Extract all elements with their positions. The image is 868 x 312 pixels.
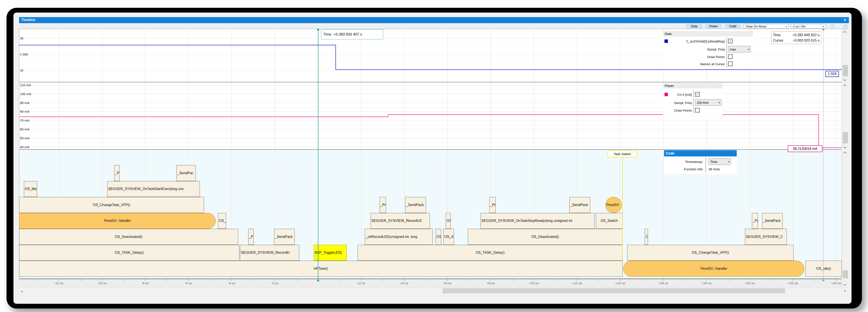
flame-box[interactable]: SEGGER_SYSVIEW_OnTaskStopReady(long unsi… [480,213,594,229]
flame-box[interactable]: PendSV_Handler [19,213,216,229]
scroll-up-icon[interactable] [843,31,846,34]
flame-box[interactable]: SEGGER_SYSVIEW_RecordU3 [371,213,430,229]
flame-box[interactable]: PendSV [606,197,622,213]
zoom-out-icon[interactable]: − [831,24,835,28]
data-sampl-freq-dropdown[interactable]: max [728,46,751,53]
gridline-horizontal [19,120,841,120]
title-bar[interactable]: Timeline ✕ [19,17,849,23]
tab-code[interactable]: Code [725,24,741,28]
flame-box[interactable]: BSP_ToggleLED( [314,245,346,261]
flame-box[interactable]: _SendPack [569,197,590,213]
gridline-vertical [275,29,275,82]
code-timestamps-dropdown[interactable]: Time [709,159,731,165]
data-draw-points-checkbox[interactable] [728,55,733,59]
power-draw-points-checkbox[interactable] [695,108,700,112]
gridline-vertical [534,29,534,82]
cursor-time-tooltip: Time +5.393 926 407 s [321,29,383,39]
flame-box[interactable]: O [645,229,648,245]
gridline-vertical [836,150,836,279]
data-scrollbar-thumb[interactable] [843,65,848,76]
flame-box[interactable]: OS_Ma [24,181,37,197]
tab-power[interactable]: Power [706,24,721,28]
power-series-line [388,114,818,115]
clear-on-reset-dropdown[interactable]: Clear On Reset [744,24,788,29]
data-series-line [19,45,336,45]
axis-tick-label: -4 us [222,281,241,285]
flame-box[interactable]: OS [436,229,441,245]
data-sampl-freq-label: Sampl. Freq [669,47,725,51]
flame-box[interactable]: OS [446,213,451,229]
zoom-in-icon[interactable]: + [843,24,847,28]
cursor-line[interactable] [318,29,318,279]
flame-box[interactable]: SEGGER_SYSVIEW_C [745,229,787,245]
flame-box[interactable]: OS_ [218,213,226,229]
flame-box[interactable]: SEGGER_SYSVIEW_OnTaskStartExec(long uns [107,181,200,197]
flame-box[interactable]: OS_ChangeTask_VFP() [19,197,204,213]
data-series-checkbox[interactable]: ✓ [728,39,733,43]
flame-box[interactable]: _SendPac [177,165,196,181]
flame-box[interactable]: _SendPack [762,213,783,229]
power-sampl-freq-dropdown[interactable]: 200 kHz [695,99,721,106]
data-series-swatch [664,39,668,43]
scroll-left-icon[interactable]: ‹ [21,288,23,293]
power-series-checkbox[interactable]: ✓ [695,92,700,97]
chevron-down-icon [718,102,720,104]
axis-tick [188,279,189,281]
flame-box[interactable]: _SendPack [405,197,426,213]
axis-tick [447,279,448,281]
axis-tick [275,279,275,281]
close-icon[interactable]: ✕ [843,18,846,22]
timeline-scrollbar-thumb[interactable] [843,270,848,278]
axis-tick [81,279,81,281]
gridline-horizontal-minor [19,78,841,78]
gridline-horizontal [19,147,841,147]
cursor-bottom-icon [317,279,319,281]
axis-tick [231,279,232,281]
flame-box[interactable]: OS_Deactivated() [19,229,238,245]
scroll-down-icon[interactable] [843,283,846,286]
data-series-line [336,45,336,69]
data-panel-header: Data [663,31,753,36]
time-per-div-dropdown[interactable]: 2 us / Div [791,24,826,29]
scroll-right-icon[interactable]: › [844,288,846,293]
power-series-value-badge: 39.2120018 mA [788,145,823,152]
flame-box[interactable]: HPTask() [19,261,623,277]
axis-tick-label: +22 us [783,281,803,285]
flame-box[interactable]: OS_ChangeTask_VFP() [627,245,794,261]
flame-box[interactable]: OS_Idle() [806,261,842,277]
flame-box[interactable]: _SendPack [274,229,295,245]
y-axis-label: 100 mA [20,92,31,96]
flame-box[interactable]: OS_Deactivated() [468,229,623,245]
axis-tick [210,279,210,281]
flame-box[interactable]: _Pr [489,197,496,213]
flame-box[interactable]: OS_A [443,229,454,245]
power-series-label: Ch 0 [mA] [669,93,692,96]
scroll-up-icon[interactable] [843,151,846,154]
flame-box[interactable]: _Pr [248,229,254,245]
flame-box[interactable]: OS_Switch [596,213,623,229]
flame-box[interactable]: _cbRecordU32(unsigned int, long [365,229,433,245]
flame-box[interactable]: SEGGER_SYSVIEW_RecordEr [240,245,300,261]
flame-box[interactable]: _Pr [114,165,120,181]
systemview-timeline-window: Timeline ✕ Data Power Code Clear On Rese… [0,0,868,312]
power-scrollbar-thumb[interactable] [843,132,848,143]
axis-tick [793,279,793,281]
flame-box[interactable]: OS_TASK_Delay() [19,245,239,261]
scroll-down-icon[interactable] [843,78,846,81]
scroll-down-icon[interactable] [843,146,846,149]
code-timestamps-label: Timestamps [669,160,703,164]
flame-box[interactable]: _Pr [379,197,386,213]
flame-box[interactable]: PendSV_Handler [623,261,804,277]
tab-data[interactable]: Data [686,24,702,28]
time-axis: -12 us-10 us-8 us-6 us-4 us-2 us+2 us+4 … [19,279,841,287]
scroll-up-icon[interactable] [843,84,846,87]
flame-box[interactable]: _Pr [752,213,758,229]
power-draw-points-label: Draw Points [664,109,692,112]
gridline-horizontal-minor [19,142,841,143]
horizontal-scrollbar-thumb[interactable] [443,288,785,293]
power-series-swatch [664,93,668,96]
flame-box[interactable]: OS_TASK_Delay() [358,245,623,261]
names-at-cursor-checkbox[interactable] [728,62,733,66]
y-axis-label: 40 mA [20,145,29,149]
gridline-vertical [447,29,448,82]
